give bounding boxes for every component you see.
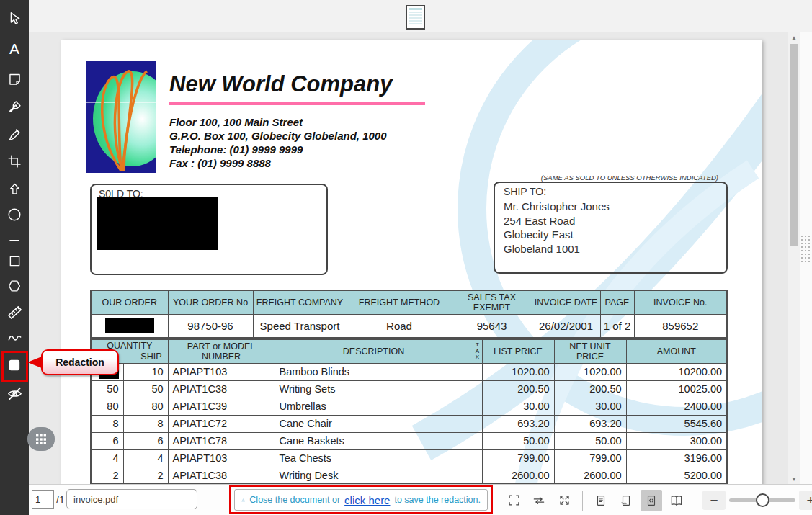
- annotation-toolbar: A: [0, 0, 29, 515]
- order-table: OUR ORDERYOUR ORDER NoFREIGHT COMPANYFRE…: [90, 290, 728, 339]
- sold-to-redaction: [97, 197, 218, 250]
- single-page-view-button[interactable]: [590, 490, 612, 511]
- item-row: 66APIAT1C78Cane Baskets50.0050.00300.00: [91, 432, 727, 449]
- continuous-scroll-icon: [620, 494, 633, 507]
- text-tool[interactable]: A: [0, 36, 29, 62]
- item-row: 88APIAT1C72Cane Chair693.20693.205545.60: [91, 415, 727, 432]
- order-value-cell: 26/02/2001: [532, 314, 600, 338]
- hide-annotations-tool[interactable]: [0, 380, 29, 406]
- item-row: 22APIAT1C38Writing Desk2600.002600.00520…: [91, 467, 727, 484]
- text-view-button[interactable]: [641, 490, 662, 511]
- part-cell: APIAT1C38: [168, 380, 275, 398]
- list-price-cell: 30.00: [482, 398, 554, 415]
- scroll-down-arrow[interactable]: ▼: [788, 474, 800, 484]
- continuous-view-button[interactable]: [615, 490, 637, 511]
- tax-cell: [473, 449, 482, 467]
- ellipse-tool[interactable]: [0, 202, 29, 228]
- amount-cell: 10025.00: [626, 380, 727, 398]
- description-cell: Cane Baskets: [275, 432, 473, 449]
- vertical-scrollbar[interactable]: ▲ ▼: [788, 32, 800, 484]
- note-tool[interactable]: [0, 66, 29, 92]
- page-grid-button[interactable]: [27, 427, 55, 451]
- ord-cell: 80: [91, 398, 123, 415]
- page-total-label: /1: [56, 494, 65, 506]
- scroll-up-arrow[interactable]: ▲: [788, 32, 800, 42]
- warning-triangle-icon: [241, 494, 245, 506]
- ord-cell: 50: [91, 380, 123, 398]
- order-column-header: FREIGHT METHOD: [347, 290, 452, 314]
- redaction-tool[interactable]: [0, 352, 29, 378]
- zoom-slider[interactable]: [729, 491, 795, 510]
- company-address: Floor 100, 100 Main Street G.P.O. Box 10…: [169, 115, 387, 170]
- title-underline: [169, 102, 425, 105]
- net-unit-cell: 1020.00: [554, 363, 626, 380]
- pen-tool[interactable]: [0, 94, 29, 120]
- net-unit-cell: 799.00: [554, 449, 626, 467]
- tax-cell: [473, 363, 482, 380]
- rectangle-tool[interactable]: [0, 248, 29, 274]
- callout-tail: [27, 357, 42, 368]
- save-redaction-link[interactable]: click here: [344, 494, 390, 506]
- item-row: 10APIAPT103Bamboo Blinds1020.001020.0010…: [91, 363, 727, 380]
- ruler-tool[interactable]: [0, 298, 29, 324]
- ship-cell: 6: [123, 432, 168, 449]
- ship-cell: 10: [123, 363, 168, 380]
- zoom-slider-thumb[interactable]: [756, 493, 769, 507]
- polygon-tool[interactable]: [0, 273, 29, 299]
- crop-tool[interactable]: [0, 148, 29, 174]
- ship-cell: 50: [123, 380, 168, 398]
- order-column-header: INVOICE No.: [634, 290, 727, 314]
- company-logo: [86, 61, 156, 173]
- freehand-tool[interactable]: [0, 323, 29, 349]
- page-thumbnail-icon[interactable]: [406, 5, 425, 30]
- fit-width-button[interactable]: [528, 490, 550, 511]
- tax-cell: [473, 380, 482, 398]
- zoom-in-button[interactable]: +: [799, 491, 812, 510]
- ship-to-label: SHIP TO:: [504, 186, 718, 197]
- ship-cell: 4: [123, 449, 168, 467]
- order-value-cell: 98750-96: [168, 314, 253, 338]
- side-panel-edge: [800, 32, 812, 484]
- description-cell: Bamboo Blinds: [275, 363, 473, 380]
- document-viewport[interactable]: New World Company Floor 100, 100 Main St…: [29, 32, 788, 484]
- panel-grip-handle[interactable]: [801, 236, 810, 266]
- amount-cell: 5200.00: [626, 467, 727, 484]
- order-column-header: YOUR ORDER No: [168, 290, 253, 314]
- fullscreen-button[interactable]: [503, 490, 525, 511]
- filename-input[interactable]: [66, 489, 197, 509]
- tax-cell: [473, 415, 482, 432]
- amount-cell: 2400.00: [626, 398, 727, 415]
- description-cell: Writing Desk: [275, 467, 473, 484]
- part-cell: APIAPT103: [168, 363, 275, 380]
- part-cell: APIAT1C39: [168, 398, 275, 415]
- highlighter-tool[interactable]: [0, 121, 29, 147]
- description-cell: Tea Chests: [275, 449, 473, 467]
- arrow-shape-tool[interactable]: [0, 176, 29, 202]
- net-unit-cell: 200.50: [554, 380, 626, 398]
- warning-text-prefix: Close the document or: [249, 495, 340, 505]
- ship-to-address: Mr. Christopher Jones 254 East Road Glob…: [504, 200, 718, 256]
- order-column-header: INVOICE DATE: [532, 290, 600, 314]
- page-number-input[interactable]: [32, 490, 54, 509]
- order-column-header: OUR ORDER: [91, 290, 168, 314]
- text-view-icon: [645, 494, 658, 507]
- order-column-header: SALES TAX EXEMPT: [452, 290, 532, 314]
- part-cell: APIAT1C38: [168, 467, 275, 484]
- select-tool[interactable]: [0, 6, 29, 32]
- amount-cell: 5545.60: [626, 415, 727, 432]
- view-controls: − +: [503, 488, 812, 513]
- description-cell: Umbrellas: [275, 398, 473, 415]
- amount-cell: 3196.00: [626, 449, 727, 467]
- zoom-out-button[interactable]: −: [702, 491, 726, 510]
- list-price-cell: 2600.00: [482, 467, 554, 484]
- bottom-bar: /1 Close the document or click here to s…: [29, 484, 812, 515]
- ord-cell: 8: [91, 415, 123, 432]
- book-view-button[interactable]: [666, 490, 687, 511]
- amount-header: AMOUNT: [626, 339, 727, 363]
- item-row: 8080APIAT1C39Umbrellas30.0030.002400.00: [91, 398, 727, 415]
- part-header: PART or MODEL NUMBER: [168, 339, 275, 363]
- items-table: QUANTITYSHIPPART or MODEL NUMBERDESCRIPT…: [90, 339, 728, 484]
- redacted-value: [105, 318, 154, 333]
- scrollbar-thumb[interactable]: [790, 44, 798, 246]
- fit-page-button[interactable]: [553, 490, 575, 511]
